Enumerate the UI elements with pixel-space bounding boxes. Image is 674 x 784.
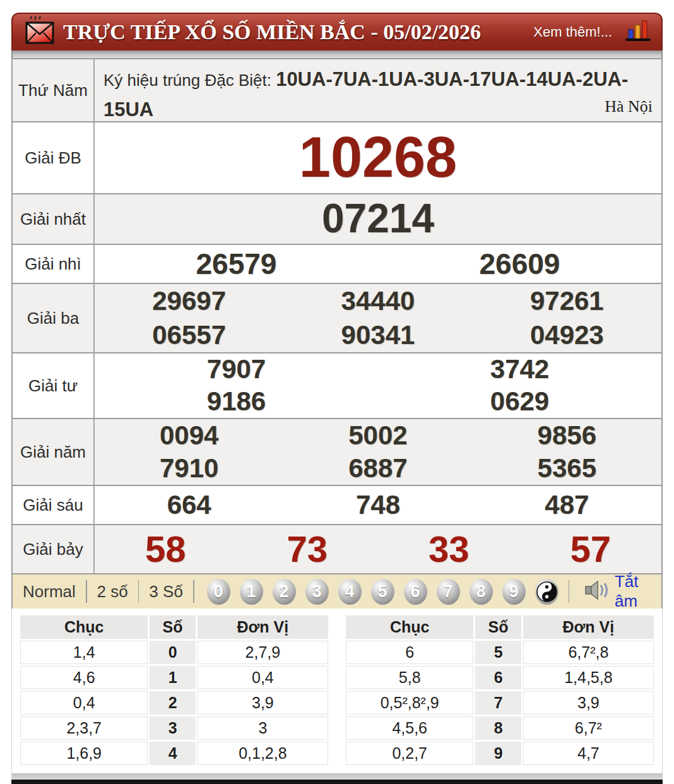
table-row: 5,8 6 1,4,5,8 — [346, 666, 654, 689]
speaker-icon — [584, 580, 610, 603]
footer-bar — [11, 780, 663, 784]
units-cell: 3,9 — [523, 691, 654, 715]
mode-3-digits-button[interactable]: 3 Số — [149, 582, 183, 602]
page-title: TRỰC TIẾP XỔ SỐ MIỀN BẮC - 05/02/2026 — [63, 20, 481, 44]
tens-cell: 0,2,7 — [346, 742, 473, 765]
prize-number: 90341 — [341, 320, 415, 350]
see-more-link[interactable]: Xem thêm!... — [533, 24, 612, 40]
units-cell: 4,7 — [523, 742, 654, 765]
table-header-row: Chục Số Đơn Vị — [346, 615, 654, 639]
day-label: Thứ Năm — [13, 59, 95, 121]
prize-number: 5365 — [538, 453, 596, 484]
col-header-digit: Số — [150, 615, 195, 639]
separator — [569, 580, 569, 603]
mode-normal-button[interactable]: Normal — [23, 582, 76, 602]
table-row: 1,6,9 4 0,1,2,8 — [20, 742, 328, 765]
prize-number: 34440 — [341, 286, 415, 316]
prize-number: 6887 — [348, 453, 407, 484]
prize-label: Giải nhì — [13, 245, 95, 283]
tens-cell: 2,3,7 — [20, 716, 148, 740]
tens-cell: 6 — [346, 641, 473, 664]
ball-7[interactable]: 7 — [437, 579, 460, 605]
digit-cell: 4 — [150, 742, 195, 765]
prize-number: 0629 — [490, 386, 549, 417]
ball-5[interactable]: 5 — [371, 579, 394, 605]
prize-label: Giải bảy — [13, 525, 95, 573]
units-cell: 6,7²,8 — [523, 641, 654, 664]
digit-summary: Chục Số Đơn Vị 1,4 0 2,7,9 4,6 1 0,4 0,4… — [11, 609, 663, 773]
ball-4[interactable]: 4 — [338, 579, 362, 605]
table-row: 2,3,7 3 3 — [20, 716, 328, 740]
envelope-icon — [25, 16, 54, 48]
ball-2[interactable]: 2 — [273, 579, 296, 605]
units-cell: 0,1,2,8 — [198, 742, 328, 765]
col-header-units: Đơn Vị — [523, 615, 654, 639]
prize-number: 664 — [167, 490, 211, 520]
prize-number: 3742 — [490, 354, 549, 384]
row-second-prize: Giải nhì 26579 26609 — [13, 244, 661, 283]
prize-number: 748 — [356, 490, 400, 520]
prize-label: Giải sáu — [13, 486, 95, 524]
col-header-tens: Chục — [20, 615, 148, 639]
table-row: 4,6 1 0,4 — [20, 666, 328, 689]
mute-label: Tắt âm — [615, 572, 650, 611]
tens-cell: 1,6,9 — [20, 742, 148, 765]
table-row: 0,4 2 3,9 — [20, 691, 328, 715]
header-bar: TRỰC TIẾP XỔ SỐ MIỀN BẮC - 05/02/2026 Xe… — [11, 13, 663, 50]
digit-cell: 5 — [475, 641, 521, 664]
tens-cell: 4,5,6 — [346, 716, 473, 740]
prize-number: 07214 — [322, 196, 434, 242]
row-first-prize: Giải nhất 07214 — [13, 193, 661, 244]
ball-8[interactable]: 8 — [470, 579, 493, 605]
ball-3[interactable]: 3 — [305, 579, 329, 605]
prize-label: Giải nhất — [13, 194, 95, 244]
prize-number: 7907 — [207, 354, 266, 384]
row-sixth-prize: Giải sáu 664 748 487 — [13, 485, 661, 524]
prize-label: Giải ĐB — [13, 122, 95, 193]
separator — [193, 580, 194, 603]
ball-0[interactable]: 0 — [207, 579, 230, 605]
prize-number: 9186 — [207, 386, 266, 417]
summary-table-right: Chục Số Đơn Vị 6 5 6,7²,8 5,8 6 1,4,5,8 … — [344, 614, 656, 767]
mute-button[interactable]: Tắt âm — [559, 572, 650, 611]
prize-number: 04923 — [530, 320, 604, 350]
row-third-prize: Giải ba 29697 34440 97261 06557 90341 04… — [13, 283, 661, 352]
tens-cell: 0,5²,8²,9 — [346, 691, 473, 715]
table-row: 4,5,6 8 6,7² — [346, 716, 654, 740]
prize-number: 26579 — [196, 247, 277, 281]
row-fifth-prize: Giải năm 0094 5002 9856 7910 6887 5365 — [13, 418, 661, 485]
sign-label: Ký hiệu trúng Đặc Biệt: — [103, 71, 276, 90]
ball-9[interactable]: 9 — [502, 579, 526, 605]
mode-2-digits-button[interactable]: 2 số — [97, 582, 128, 602]
units-cell: 6,7² — [523, 716, 654, 740]
lottery-widget: TRỰC TIẾP XỔ SỐ MIỀN BẮC - 05/02/2026 Xe… — [11, 13, 663, 784]
units-cell: 2,7,9 — [198, 641, 328, 664]
yin-yang-icon[interactable] — [535, 579, 559, 605]
prize-number: 26609 — [480, 247, 560, 281]
prize-number: 5002 — [348, 420, 407, 451]
prize-number: 97261 — [530, 286, 604, 316]
ball-6[interactable]: 6 — [404, 579, 427, 605]
ball-1[interactable]: 1 — [240, 579, 263, 605]
units-cell: 3 — [198, 716, 328, 740]
sign-content: Ký hiệu trúng Đặc Biệt: 10UA-7UA-1UA-3UA… — [95, 59, 661, 121]
prize-number: 33 — [429, 528, 470, 571]
prize-label: Giải ba — [13, 284, 95, 352]
digit-cell: 6 — [475, 666, 521, 689]
prize-number: 7910 — [160, 453, 218, 484]
col-header-units: Đơn Vị — [198, 615, 328, 639]
tens-cell: 1,4 — [20, 641, 148, 664]
units-cell: 0,4 — [198, 666, 328, 689]
digit-cell: 0 — [150, 641, 195, 664]
bar-chart-icon[interactable] — [624, 18, 653, 46]
row-seventh-prize: Giải bảy 58 73 33 57 — [13, 524, 661, 573]
table-row: 0,2,7 9 4,7 — [346, 742, 654, 765]
header-bevel — [11, 50, 663, 58]
digit-cell: 8 — [475, 716, 521, 740]
tens-cell: 0,4 — [20, 691, 148, 715]
table-header-row: Chục Số Đơn Vị — [20, 615, 328, 639]
row-special-prize: Giải ĐB 10268 — [13, 121, 661, 193]
table-row: 1,4 0 2,7,9 — [20, 641, 328, 664]
row-fourth-prize: Giải tư 7907 3742 9186 0629 — [13, 352, 661, 418]
prize-number: 57 — [570, 528, 611, 571]
